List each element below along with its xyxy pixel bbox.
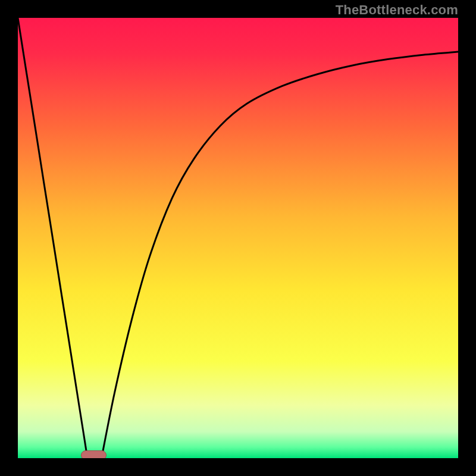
optimal-marker — [81, 450, 107, 458]
bottleneck-curve — [18, 18, 458, 458]
plot-area — [18, 18, 458, 458]
curve-left-branch — [18, 18, 87, 458]
curve-right-branch — [102, 52, 458, 458]
watermark-text: TheBottleneck.com — [336, 2, 458, 18]
